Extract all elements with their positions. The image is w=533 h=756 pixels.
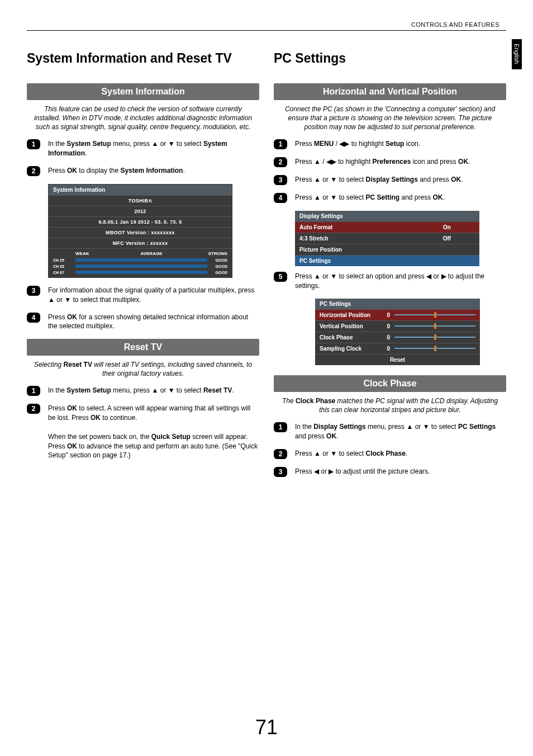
text: Setup xyxy=(386,140,404,148)
text: to continue. xyxy=(101,414,137,422)
text: Press ▲ / ◀▶ to highlight xyxy=(295,158,373,166)
quality-weak-label: WEAK xyxy=(75,251,126,256)
step-number: 2 xyxy=(274,157,287,167)
system-information-intro: This feature can be used to check the ve… xyxy=(30,105,256,132)
text: . xyxy=(85,149,87,157)
slider-label: Horizontal Position xyxy=(320,312,378,318)
section-hv-position: Horizontal and Vertical Position xyxy=(274,83,506,100)
slider-label: Clock Phase xyxy=(320,334,378,341)
slider-value: 0 xyxy=(382,346,390,352)
text: Quick Setup xyxy=(151,433,191,441)
section-reset-tv: Reset TV xyxy=(27,339,259,356)
text: Press ▲ or ▼ to select xyxy=(295,450,365,457)
step-body: In the System Setup menu, press ▲ or ▼ t… xyxy=(48,386,259,396)
step: 2 Press OK to display the System Informa… xyxy=(27,166,259,176)
slider-track xyxy=(394,337,475,338)
step-number: 2 xyxy=(27,404,40,414)
text: Press xyxy=(48,167,67,174)
step: 3 Press ◀ or ▶ to adjust until the pictu… xyxy=(274,467,506,477)
text: Press xyxy=(48,313,67,321)
text: OK xyxy=(451,176,461,183)
panel-row: Picture Position xyxy=(295,244,479,255)
panel-row: Auto Format On xyxy=(295,221,479,233)
text: OK xyxy=(91,414,101,422)
text: Reset TV xyxy=(64,361,92,368)
panel-row: 4:3 Stretch Off xyxy=(295,233,479,244)
clock-phase-intro: The Clock Phase matches the PC signal wi… xyxy=(277,396,503,414)
text: OK xyxy=(458,158,468,166)
text: Clock Phase xyxy=(365,450,405,457)
step-number: 1 xyxy=(27,139,40,149)
text: Reset TV xyxy=(203,386,232,394)
text: PC Setting xyxy=(365,193,399,201)
step-body: In the Display Settings menu, press ▲ or… xyxy=(295,422,506,441)
channel-label: CH 25 xyxy=(53,258,72,262)
text: OK xyxy=(67,313,77,321)
step-number: 3 xyxy=(274,467,287,477)
slider-track xyxy=(394,325,475,327)
header-rule xyxy=(27,30,506,31)
language-tab: English xyxy=(512,39,522,69)
text: When the set powers back on, the xyxy=(48,433,151,441)
section-system-information: System Information xyxy=(27,83,259,100)
slider-row: Clock Phase 0 xyxy=(315,332,480,343)
text: to display the xyxy=(77,167,120,174)
signal-status: GOOD xyxy=(211,258,227,262)
left-title: System Information and Reset TV xyxy=(27,50,259,67)
display-settings-panel: Display Settings Auto Format On 4:3 Stre… xyxy=(295,211,479,266)
text: matches the PC signal with the LCD displ… xyxy=(319,397,498,414)
row-value xyxy=(419,247,475,253)
text: Press ▲ or ▼ to select xyxy=(295,193,365,201)
step: 2 Press OK to select. A screen will appe… xyxy=(27,404,259,460)
signal-status: GOOD xyxy=(211,271,227,275)
step: 4 Press ▲ or ▼ to select PC Setting and … xyxy=(274,193,506,203)
reset-row: Reset xyxy=(315,354,480,365)
text: Press ▲ or ▼ to select xyxy=(295,176,365,183)
step-number: 1 xyxy=(27,386,40,396)
system-information-panel: System Information TOSHIBA 2012 6.8.05.1… xyxy=(48,184,232,278)
text: . xyxy=(406,450,407,457)
content-columns: System Information and Reset TV System I… xyxy=(0,0,533,485)
text: and press xyxy=(418,176,451,183)
step: 1 In the System Setup menu, press ▲ or ▼… xyxy=(27,386,259,396)
section-clock-phase: Clock Phase xyxy=(274,375,506,392)
step: 4 Press OK for a screen showing detailed… xyxy=(27,313,259,332)
text: OK xyxy=(433,193,443,201)
step-number: 1 xyxy=(274,422,287,432)
step-number: 4 xyxy=(27,313,40,323)
slider-label: Vertical Position xyxy=(320,323,378,329)
step: 3 For information about the signal quali… xyxy=(27,286,259,305)
slider-row: Sampling Clock 0 xyxy=(315,343,480,354)
text: Preferences xyxy=(373,158,411,166)
text: . xyxy=(232,386,234,394)
step: 5 Press ▲ or ▼ to select an option and p… xyxy=(274,272,506,291)
panel-title: System Information xyxy=(49,185,232,195)
channel-label: CH 67 xyxy=(53,271,72,275)
pc-settings-panel: PC Settings Horizontal Position 0 Vertic… xyxy=(315,299,480,365)
step: 3 Press ▲ or ▼ to select Display Setting… xyxy=(274,175,506,185)
text: In the xyxy=(48,140,66,148)
text: The xyxy=(282,397,296,405)
text: OK xyxy=(67,442,77,450)
text: PC Settings xyxy=(458,423,496,431)
text: MENU xyxy=(314,140,334,148)
text: to select. A screen will appear warning … xyxy=(48,404,250,422)
quality-header: WEAK AVERAGE STRONG xyxy=(49,248,232,257)
row-value xyxy=(419,258,475,264)
panel-row: 6.8.05.1 Jan 19 2012 - 53. 5. 73. 5 xyxy=(49,216,232,227)
signal-bar xyxy=(75,258,207,262)
slider-row: Vertical Position 0 xyxy=(315,320,480,332)
text: / ◀▶ to highlight xyxy=(334,140,386,148)
text: will reset all TV settings, including sa… xyxy=(92,361,252,377)
right-column: PC Settings Horizontal and Vertical Posi… xyxy=(274,50,506,485)
text: OK xyxy=(326,432,336,440)
step: 1 Press MENU / ◀▶ to highlight Setup ico… xyxy=(274,139,506,149)
row-label: Picture Position xyxy=(299,247,419,253)
step-body: Press ▲ or ▼ to select Display Settings … xyxy=(295,175,506,185)
step-body: In the System Setup menu, press ▲ or ▼ t… xyxy=(48,139,259,158)
panel-row: 2012 xyxy=(49,206,232,216)
text: menu, press ▲ or ▼ to select xyxy=(111,386,203,394)
step-body: Press OK for a screen showing detailed t… xyxy=(48,313,259,332)
text: . xyxy=(468,158,470,166)
panel-row: MBOOT Version : xxxxxxxx xyxy=(49,227,232,238)
